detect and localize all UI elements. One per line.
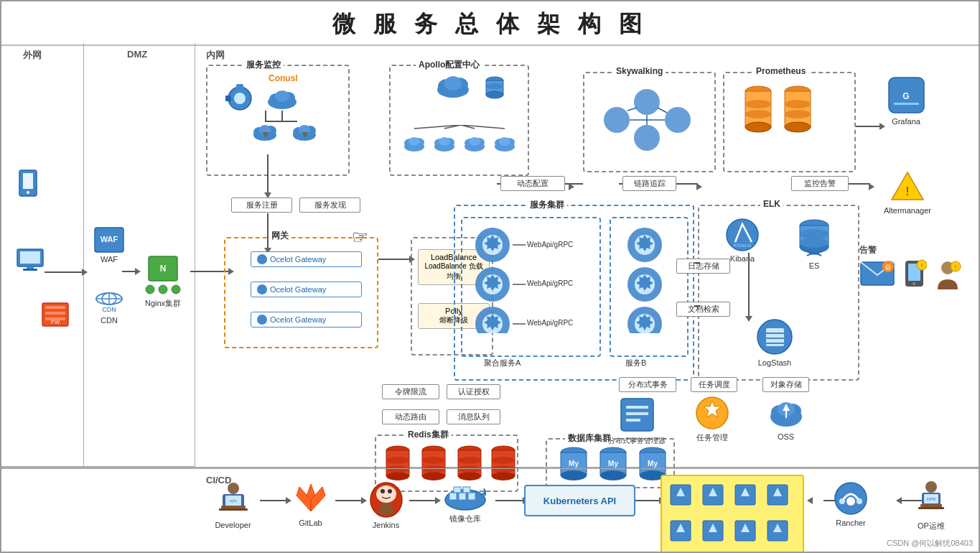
svg-point-25 [234, 93, 246, 104]
gateway-btn-2[interactable]: Ocelot Gateway [251, 282, 362, 297]
mobile-icon [17, 169, 39, 198]
firewall-icon: FW [41, 302, 70, 327]
apollo-db-icon [484, 75, 505, 105]
distributed-tx-mgr-block: 分布式事务管理器 [605, 395, 669, 446]
arrow-k8s-docker [635, 500, 661, 501]
arrowhead-right-1 [82, 269, 88, 276]
svg-point-219 [925, 481, 937, 493]
skywalking-svg [588, 80, 706, 159]
svg-text:WebApi/gRPC: WebApi/gRPC [527, 319, 573, 327]
arrow-prom-grafana [856, 126, 881, 127]
svg-line-73 [627, 108, 637, 111]
elk-title: ELK [760, 199, 783, 209]
svg-point-216 [846, 497, 855, 506]
alert-section: 告警 @ ! ! [859, 244, 961, 292]
svg-text:My: My [648, 460, 658, 468]
apollo-sub-icons [401, 125, 520, 164]
k8s-docker-box: K8S Docker [661, 475, 804, 553]
service-b-svg [615, 222, 686, 333]
gitlab-icon [292, 480, 330, 517]
h-arrow-docsearch [694, 305, 700, 307]
gateway-btn-3[interactable]: Ocelot Gateway [251, 312, 362, 327]
svg-rect-26 [236, 84, 243, 90]
svg-point-70 [665, 107, 691, 133]
es-block: ES [789, 217, 839, 270]
auth-box: 认证授权 [447, 384, 500, 399]
altermanager-label: Altermanager [884, 206, 931, 215]
jenkins-block: Jenkins [363, 480, 409, 529]
svg-point-174 [228, 483, 239, 494]
phone-icon: ! [902, 259, 927, 288]
svg-point-85 [785, 110, 811, 118]
object-storage-box: 对象存储 [762, 377, 809, 392]
svg-point-217 [839, 498, 845, 504]
kibana-block: Kibana Kibana [714, 217, 771, 263]
page-title: 微 服 务 总 体 架 构 图 [1, 1, 979, 46]
svg-rect-176 [221, 506, 246, 508]
skywalking-box: Skywalking [583, 72, 716, 172]
op-maintenance-icon: OPS [913, 480, 949, 519]
op-maintenance-block: OPS OP运维 [906, 480, 956, 531]
prometheus-box: Prometheus [723, 72, 856, 172]
svg-point-83 [785, 122, 811, 132]
svg-point-218 [857, 498, 862, 504]
svg-point-47 [486, 83, 503, 89]
svg-point-107 [800, 229, 829, 239]
skywalking-title: Skywalking [613, 66, 666, 76]
svg-rect-9 [45, 312, 65, 315]
svg-text:!: ! [905, 185, 909, 198]
svg-rect-167 [626, 419, 640, 422]
consul-label: Conusl [269, 73, 298, 83]
monitor-alert-box: 监控告警 [791, 176, 849, 191]
svg-rect-177 [219, 508, 248, 511]
service-discovery-box: 服务发现 [299, 198, 360, 213]
svg-rect-193 [459, 493, 466, 500]
kubernetes-api-btn[interactable]: Kuberneters API [524, 485, 635, 516]
v-arrow-consul-svc [267, 154, 269, 194]
svg-point-187 [381, 489, 385, 493]
kibana-icon: Kibana [724, 217, 760, 253]
person-alert-icon: ! [934, 259, 961, 292]
svg-text:@: @ [885, 264, 891, 271]
image-repo-block: 镜像仓库 [437, 480, 494, 524]
nginx-cluster-dots [141, 282, 185, 297]
outside-zone-label: 外网 [23, 49, 42, 62]
svg-text:N: N [160, 264, 167, 274]
svg-rect-221 [920, 504, 942, 507]
svg-point-188 [388, 489, 392, 493]
gateway-label-3: Ocelot Gateway [270, 315, 326, 324]
arrow-gitlab-jenkins [335, 500, 363, 501]
svg-rect-195 [454, 487, 461, 493]
svg-point-80 [745, 110, 771, 118]
gitlab-block: GitLab [287, 480, 334, 527]
aggregated-service-box: WebApi/gRPC WebApi/gRPC WebApi/gRPC 聚合服务… [461, 217, 601, 357]
distributed-tx-box: 分布式事务 [619, 377, 676, 392]
service-cluster-title: 服务集群 [527, 199, 567, 211]
trace-box: 链路追踪 [622, 176, 676, 191]
consul-ah-down2 [302, 132, 309, 138]
gateway-btn-1[interactable]: Ocelot Gateway [251, 251, 362, 267]
apollo-title: Apollo配置中心 [416, 59, 482, 71]
svg-point-43 [444, 76, 462, 90]
distributed-tx-mgr-label: 分布式事务管理器 [608, 436, 666, 446]
firewall-icon-block: FW [37, 302, 73, 327]
main-container: 微 服 务 总 体 架 构 图 外网 DMZ 内网 [0, 0, 980, 553]
oss-icon [768, 395, 804, 431]
svg-line-74 [658, 108, 667, 113]
svg-rect-6 [23, 269, 37, 271]
svg-point-55 [439, 137, 450, 146]
svg-text:My: My [608, 460, 618, 468]
elk-v-arrow [748, 253, 750, 317]
svg-point-84 [785, 100, 811, 108]
svg-rect-8 [45, 306, 65, 309]
rancher-label: Rancher [836, 519, 866, 527]
developer-label: Developer [215, 521, 251, 529]
diagram-area: 外网 DMZ 内网 [1, 43, 979, 552]
image-repo-icon [442, 480, 489, 512]
grafana-icon: G [887, 75, 926, 115]
svg-text:FW: FW [51, 319, 60, 325]
svg-text:!: ! [955, 264, 956, 269]
apollo-cloud-main [434, 72, 473, 102]
oss-label: OSS [778, 432, 794, 441]
gitlab-label: GitLab [299, 519, 322, 527]
